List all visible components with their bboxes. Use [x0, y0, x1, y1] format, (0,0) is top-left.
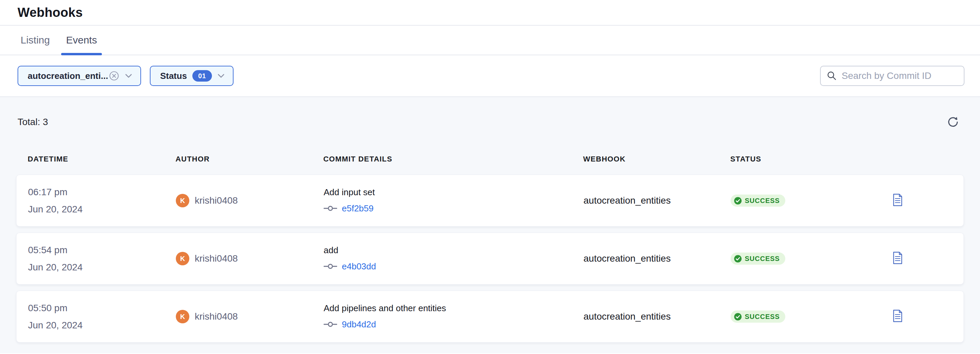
status-filter-dropdown[interactable]: Status 01: [150, 66, 233, 86]
table-row[interactable]: 05:54 pm Jun 20, 2024 K krishi0408 add: [16, 233, 964, 284]
webhook-name: autocreation_entities: [584, 253, 730, 264]
author-cell: K krishi0408: [176, 252, 324, 265]
actions-cell: [876, 310, 964, 324]
commit-hash-link[interactable]: e5f2b59: [342, 203, 374, 214]
event-time: 05:54 pm: [28, 245, 176, 255]
commit-search-box: [820, 66, 964, 86]
total-count: Total: 3: [18, 117, 48, 127]
table-row[interactable]: 05:50 pm Jun 20, 2024 K krishi0408 Add p…: [16, 291, 964, 343]
avatar: K: [176, 252, 189, 265]
commit-hash-link[interactable]: e4b03dd: [342, 261, 376, 272]
page-title: Webhooks: [18, 5, 83, 20]
content-header: Total: 3: [0, 97, 980, 132]
chevron-down-icon: [125, 73, 132, 79]
event-time: 06:17 pm: [28, 187, 176, 197]
git-commit-icon: [324, 322, 337, 327]
status-badge: SUCCESS: [730, 311, 785, 323]
column-header-commit-details: COMMIT DETAILS: [323, 155, 583, 164]
column-header-author: AUTHOR: [175, 155, 323, 164]
event-date: Jun 20, 2024: [28, 204, 176, 214]
column-header-datetime: DATETIME: [28, 155, 175, 164]
author-name: krishi0408: [195, 253, 238, 264]
tab-listing[interactable]: Listing: [16, 25, 55, 55]
webhook-filter-dropdown[interactable]: autocreation_enti...: [18, 66, 141, 86]
check-circle-icon: [734, 197, 742, 205]
commit-details-cell: Add input set e5f2b59: [324, 187, 584, 214]
avatar: K: [176, 194, 189, 207]
column-header-status: STATUS: [730, 155, 875, 164]
git-commit-icon: [324, 206, 337, 211]
commit-message: Add pipelines and other entities: [324, 303, 584, 313]
commit-details-cell: add e4b03dd: [324, 245, 584, 272]
datetime-cell: 05:50 pm Jun 20, 2024: [28, 303, 176, 330]
author-cell: K krishi0408: [176, 194, 324, 207]
webhooks-page: Webhooks Listing Events autocreation_ent…: [0, 0, 980, 354]
status-badge: SUCCESS: [730, 195, 785, 207]
event-time: 05:50 pm: [28, 303, 176, 313]
webhook-name: autocreation_entities: [584, 195, 730, 206]
check-circle-icon: [734, 313, 742, 321]
payload-details-icon[interactable]: [892, 251, 903, 264]
chevron-down-icon: [217, 73, 225, 79]
webhook-filter-label: autocreation_enti...: [28, 71, 108, 81]
refresh-icon[interactable]: [946, 114, 961, 129]
payload-details-icon[interactable]: [892, 310, 903, 322]
author-cell: K krishi0408: [176, 310, 324, 323]
commit-details-cell: Add pipelines and other entities 9db4d2d: [324, 303, 584, 330]
actions-cell: [876, 251, 964, 266]
table-body: 06:17 pm Jun 20, 2024 K krishi0408 Add i…: [16, 175, 964, 343]
tab-events[interactable]: Events: [61, 25, 102, 55]
commit-message: Add input set: [324, 187, 584, 197]
commit-link[interactable]: 9db4d2d: [324, 319, 584, 330]
event-date: Jun 20, 2024: [28, 320, 176, 330]
table-header-row: DATETIME AUTHOR COMMIT DETAILS WEBHOOK S…: [16, 152, 964, 166]
status-filter-count-badge: 01: [192, 70, 212, 82]
payload-details-icon[interactable]: [892, 194, 903, 206]
avatar: K: [176, 310, 189, 323]
status-badge: SUCCESS: [730, 252, 785, 265]
tab-bar: Listing Events: [0, 25, 980, 55]
datetime-cell: 06:17 pm Jun 20, 2024: [28, 187, 176, 214]
title-bar: Webhooks: [0, 0, 980, 25]
event-date: Jun 20, 2024: [28, 262, 176, 272]
status-label: SUCCESS: [745, 197, 780, 205]
search-input[interactable]: [842, 70, 964, 81]
webhook-name: autocreation_entities: [584, 311, 730, 322]
actions-cell: [876, 194, 964, 208]
search-icon: [827, 71, 837, 81]
commit-link[interactable]: e4b03dd: [324, 261, 584, 272]
filter-bar: autocreation_enti... Status 01: [0, 55, 980, 97]
circle-x-icon[interactable]: [109, 70, 119, 81]
status-filter-label: Status: [160, 71, 187, 81]
tab-listing-label: Listing: [21, 34, 50, 46]
commit-link[interactable]: e5f2b59: [324, 203, 584, 214]
check-circle-icon: [734, 255, 742, 263]
column-header-webhook: WEBHOOK: [583, 155, 730, 164]
status-label: SUCCESS: [745, 255, 780, 263]
author-name: krishi0408: [195, 311, 238, 322]
author-name: krishi0408: [195, 195, 238, 206]
commit-message: add: [324, 245, 584, 255]
table-row[interactable]: 06:17 pm Jun 20, 2024 K krishi0408 Add i…: [16, 175, 964, 227]
events-content: Total: 3 DATETIME AUTHOR COMMIT DETAILS …: [0, 97, 980, 353]
git-commit-icon: [324, 264, 337, 269]
status-label: SUCCESS: [745, 313, 780, 321]
tab-events-label: Events: [66, 34, 97, 46]
commit-hash-link[interactable]: 9db4d2d: [342, 319, 376, 330]
datetime-cell: 05:54 pm Jun 20, 2024: [28, 245, 176, 272]
